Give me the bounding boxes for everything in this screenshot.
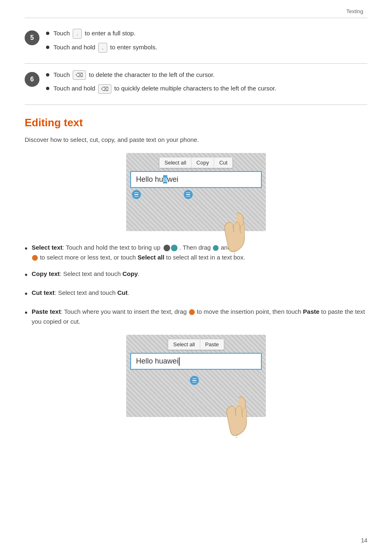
handle-lines-right <box>186 192 190 197</box>
copy-text-bullet: • Copy text: Select text and touch Copy. <box>25 269 367 281</box>
section-label: Texting <box>346 8 363 14</box>
paste-bold: Paste <box>303 308 319 315</box>
page-number: 14 <box>361 537 367 544</box>
phone-mockup-2: Select all Paste Hello huawei <box>25 335 367 417</box>
handle-line <box>134 196 138 197</box>
bullet-dot <box>46 32 49 35</box>
step5-content: Touch . to enter a full stop. Touch and … <box>46 29 367 57</box>
select-text-content: Select text: Touch and hold the text to … <box>32 243 367 262</box>
step5-bullet2: Touch and hold . to enter symbols. <box>46 43 367 53</box>
step6-bullet2: Touch and hold ⌫ to quickly delete multi… <box>46 84 367 94</box>
text-input-1: Hello huawei <box>130 171 262 188</box>
finger-icon-2 <box>219 393 256 440</box>
cut-button[interactable]: Cut <box>214 158 232 168</box>
editing-description: Discover how to select, cut, copy, and p… <box>25 135 367 145</box>
editing-title: Editing text <box>25 116 367 129</box>
period-key: . <box>73 29 82 39</box>
phone-background-2: Select all Paste Hello huawei <box>126 335 266 417</box>
step5-section: 5 Touch . to enter a full stop. Touch an… <box>25 22 367 64</box>
phone-screen-1: Select all Copy Cut Hello huawei <box>126 153 266 231</box>
handle-line <box>134 192 138 193</box>
orange-circle-icon2 <box>189 309 195 315</box>
bullet-dot <box>46 46 49 49</box>
finger-icon <box>217 209 254 256</box>
phone-mockup-1: Select all Copy Cut Hello huawei <box>25 153 367 231</box>
circle-dark <box>164 245 170 251</box>
bullet-marker: • <box>25 242 28 255</box>
cut-text-bullet: • Cut text: Select text and touch Cut. <box>25 288 367 300</box>
phone-background-1: Select all Copy Cut Hello huawei <box>126 153 266 231</box>
step5-number: 5 <box>25 30 39 45</box>
text-input-2: Hello huawei <box>130 353 262 370</box>
period-key2: . <box>98 43 107 53</box>
handle-line <box>192 378 196 379</box>
double-circle-icon <box>163 245 178 251</box>
handle-lines-left <box>134 192 138 197</box>
paste-text-bullet: • Paste text: Touch where you want to in… <box>25 307 367 327</box>
bullet-marker: • <box>25 287 28 300</box>
handle-line <box>186 196 190 197</box>
toolbar-1: Select all Copy Cut <box>159 157 233 168</box>
step6-bullet2-text: Touch and hold ⌫ to quickly delete multi… <box>53 84 276 94</box>
handle-lines-center <box>192 378 196 383</box>
delete-key: ⌫ <box>73 70 86 80</box>
circle-teal <box>171 245 178 251</box>
right-cursor-handle[interactable] <box>184 190 193 199</box>
step6-bullet1: Touch ⌫ to delete the character to the l… <box>46 70 367 80</box>
paste-text-content: Paste text: Touch where you want to inse… <box>32 307 367 327</box>
step6-number: 6 <box>25 72 39 87</box>
orange-circle-icon <box>32 255 38 261</box>
copy-bold: Copy <box>122 270 138 277</box>
toolbar-2: Select all Paste <box>168 339 224 350</box>
step5-bullet1-text: Touch . to enter a full stop. <box>53 29 136 39</box>
handle-line <box>192 380 196 381</box>
bullet-dot <box>46 87 49 90</box>
select-text-label: Select text <box>32 244 62 251</box>
step6-bullet1-text: Touch ⌫ to delete the character to the l… <box>53 70 214 80</box>
bullet-dot <box>46 73 49 76</box>
handle-line <box>186 194 190 195</box>
handle-line <box>192 382 196 383</box>
step5-bullet1: Touch . to enter a full stop. <box>46 29 367 39</box>
select-all-label: Select all <box>138 254 164 261</box>
cut-bold: Cut <box>117 289 127 296</box>
center-cursor-handle[interactable] <box>190 376 199 385</box>
cut-text-label: Cut text <box>32 289 55 296</box>
select-all-button-2[interactable]: Select all <box>168 339 201 350</box>
phone-screen-2: Select all Paste Hello huawei <box>126 335 266 417</box>
bullet-marker: • <box>25 268 28 281</box>
bullets-section: • Select text: Touch and hold the text t… <box>25 243 367 327</box>
paste-button[interactable]: Paste <box>200 339 224 350</box>
text-cursor <box>179 357 180 366</box>
select-all-button[interactable]: Select all <box>159 158 191 168</box>
step6-content: Touch ⌫ to delete the character to the l… <box>46 70 367 98</box>
copy-text-content: Copy text: Select text and touch Copy. <box>32 269 367 279</box>
paste-text-label: Paste text <box>32 308 61 315</box>
copy-text-label: Copy text <box>32 270 60 277</box>
copy-button[interactable]: Copy <box>191 158 214 168</box>
handle-line <box>186 192 190 193</box>
step6-section: 6 Touch ⌫ to delete the character to the… <box>25 64 367 105</box>
delete-key2: ⌫ <box>98 84 111 94</box>
handle-line <box>134 194 138 195</box>
bullet-marker: • <box>25 306 28 319</box>
cut-text-content: Cut text: Select text and touch Cut. <box>32 288 367 298</box>
select-text-bullet: • Select text: Touch and hold the text t… <box>25 243 367 262</box>
step5-bullet2-text: Touch and hold . to enter symbols. <box>53 43 157 53</box>
left-cursor-handle[interactable] <box>132 190 141 199</box>
selected-text: a <box>163 175 167 183</box>
